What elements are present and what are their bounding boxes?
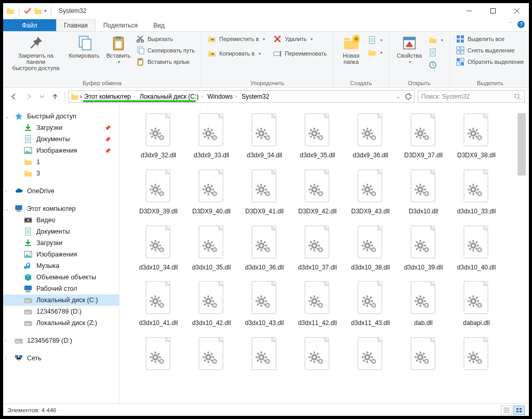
file-item[interactable]: d3dx9_34.dll [238, 113, 291, 159]
file-item[interactable]: d3dx10_38.dll [344, 225, 397, 272]
details-view-button[interactable] [501, 406, 512, 415]
close-button[interactable] [505, 3, 529, 19]
properties-button[interactable]: Свойства ▾ [393, 34, 425, 65]
qat-folder-icon[interactable] [34, 7, 42, 15]
sidebar-pc-item[interactable]: Локальный диск (Z:) [3, 317, 119, 329]
file-item[interactable]: d3dx10_39.dll [397, 225, 450, 272]
navigation-pane[interactable]: ⌄Быстрый доступ Загрузки 📌 Документы 📌 И… [3, 105, 119, 403]
sidebar-removable-drive[interactable]: ›123456789 (D:) [3, 335, 119, 346]
history-button[interactable] [427, 60, 445, 70]
collapse-ribbon-button[interactable]: ˆ [510, 22, 511, 28]
file-item[interactable]: d3dx9_32.dll [132, 113, 185, 159]
breadcrumb-item[interactable]: Локальный диск (C:)› [139, 93, 206, 100]
address-bar[interactable]: › Этот компьютер› Локальный диск (C:)› W… [68, 90, 415, 103]
file-item[interactable]: d3dx11_43.dll [344, 280, 397, 327]
select-all-button[interactable]: Выделить все [454, 34, 526, 44]
sidebar-pc-item[interactable]: Музыка [3, 260, 119, 272]
cut-button[interactable]: Вырезать [134, 34, 197, 44]
help-button[interactable]: ? [517, 21, 525, 28]
sidebar-pc-item[interactable]: 123456789 (D:) [3, 306, 119, 317]
breadcrumb-item[interactable]: Этот компьютер› [83, 93, 138, 100]
sidebar-pc-item[interactable]: Локальный диск (C:) [3, 294, 119, 306]
sidebar-network[interactable]: ›Сеть [3, 353, 119, 364]
file-item[interactable]: d3dx10_43.dll [238, 280, 291, 327]
forward-button[interactable] [23, 90, 35, 103]
file-item[interactable] [238, 336, 291, 376]
pin-to-quick-access-button[interactable]: Закрепить на панели быстрого доступа [7, 34, 64, 72]
sidebar-pc-item[interactable]: Загрузки [3, 237, 119, 249]
file-item[interactable] [185, 336, 238, 376]
sidebar-pc-item[interactable]: Рабочий стол [3, 283, 119, 294]
sidebar-pc-item[interactable]: Объемные объекты [3, 272, 119, 283]
file-item[interactable] [132, 336, 185, 376]
refresh-button[interactable] [405, 93, 412, 100]
sidebar-qa-item[interactable]: Загрузки 📌 [3, 122, 119, 133]
easy-access-button[interactable]: ▾ [366, 47, 384, 58]
file-item[interactable] [397, 336, 450, 376]
edit-button[interactable] [427, 47, 445, 58]
address-dropdown-button[interactable]: ⌄ [396, 94, 401, 99]
new-item-button[interactable]: ▾ [366, 35, 384, 45]
tab-file[interactable]: Файл [3, 19, 56, 31]
sidebar-qa-item[interactable]: 1 [3, 156, 119, 168]
sidebar-qa-item[interactable]: Изображения 📌 [3, 145, 119, 156]
file-item[interactable]: d3dx9_33.dll [185, 113, 238, 159]
file-item[interactable]: d3dx10_33.dll [450, 169, 503, 215]
copy-to-button[interactable]: Копировать в▾ [206, 48, 267, 59]
file-item[interactable]: D3DX9_37.dll [397, 113, 450, 159]
sidebar-quick-access[interactable]: ⌄Быстрый доступ [3, 111, 119, 122]
recent-locations-button[interactable] [38, 90, 46, 103]
move-to-button[interactable]: Переместить в▾ [206, 34, 267, 44]
copy-path-button[interactable]: Скопировать путь [134, 45, 197, 56]
file-item[interactable]: d3dx10_34.dll [132, 225, 185, 272]
maximize-button[interactable] [481, 3, 505, 19]
file-item[interactable]: D3DX9_42.dll [291, 169, 344, 215]
file-item[interactable]: D3dx10.dll [397, 169, 450, 215]
up-button[interactable] [49, 90, 61, 103]
search-box[interactable]: Поиск: System32 [418, 90, 525, 103]
file-item[interactable]: d3dx10_37.dll [291, 225, 344, 272]
file-item[interactable]: d3dx10_42.dll [185, 280, 238, 327]
breadcrumb-item[interactable]: Windows› [206, 93, 240, 100]
file-item[interactable]: dabapi.dll [450, 280, 503, 327]
rename-button[interactable]: Переименовать [271, 48, 329, 59]
breadcrumb-item[interactable]: System32 [241, 93, 270, 100]
icons-view-button[interactable] [513, 406, 525, 415]
file-item[interactable]: d3dx9_35.dll [291, 113, 344, 159]
paste-button[interactable]: Вставить ▾ [104, 34, 133, 65]
sidebar-pc-item[interactable]: Документы [3, 226, 119, 237]
file-item[interactable]: d3dx10_36.dll [238, 225, 291, 272]
file-item[interactable]: D3DX9_38.dll [450, 113, 503, 159]
sidebar-qa-item[interactable]: Документы 📌 [3, 133, 119, 145]
file-item[interactable]: d3dx10_41.dll [132, 280, 185, 327]
sidebar-pc-item[interactable]: Изображения [3, 249, 119, 260]
open-button[interactable]: ▾ [427, 35, 445, 45]
file-item[interactable]: D3DX9_39.dll [132, 169, 185, 215]
file-item[interactable]: D3DX9_40.dll [185, 169, 238, 215]
file-item[interactable] [291, 336, 344, 376]
invert-selection-button[interactable]: Обратить выделение [454, 57, 526, 67]
file-item[interactable]: d3dx9_36.dll [344, 113, 397, 159]
sidebar-onedrive[interactable]: ›OneDrive [3, 185, 119, 197]
file-item[interactable]: dab.dll [397, 280, 450, 327]
qat-check-icon[interactable] [23, 7, 32, 15]
tab-view[interactable]: Вид [145, 19, 172, 31]
delete-button[interactable]: Удалить▾ [271, 34, 329, 44]
sidebar-pc-item[interactable]: Видео [3, 214, 119, 226]
file-item[interactable]: d3dx11_42.dll [291, 280, 344, 327]
minimize-button[interactable] [457, 3, 481, 19]
file-item[interactable]: d3dx10_40.dll [450, 225, 503, 272]
sidebar-qa-item[interactable]: 3 [3, 168, 119, 179]
paste-shortcut-button[interactable]: Вставить ярлык [134, 57, 197, 67]
file-item[interactable]: D3DX9_41.dll [238, 169, 291, 215]
copy-button[interactable]: Копировать [65, 34, 103, 60]
scrollbar[interactable] [517, 113, 526, 400]
back-button[interactable] [7, 90, 20, 103]
tab-share[interactable]: Поделиться [96, 19, 145, 31]
file-item[interactable] [344, 336, 397, 376]
file-item[interactable]: d3dx10_35.dll [185, 225, 238, 272]
file-item[interactable] [450, 336, 503, 376]
new-folder-button[interactable]: Новая папка [338, 34, 365, 66]
file-list[interactable]: d3dx9_32.dll d3dx9_33.dll d3dx9_34.dll d… [119, 105, 529, 403]
file-item[interactable]: D3DX9_43.dll [344, 169, 397, 215]
